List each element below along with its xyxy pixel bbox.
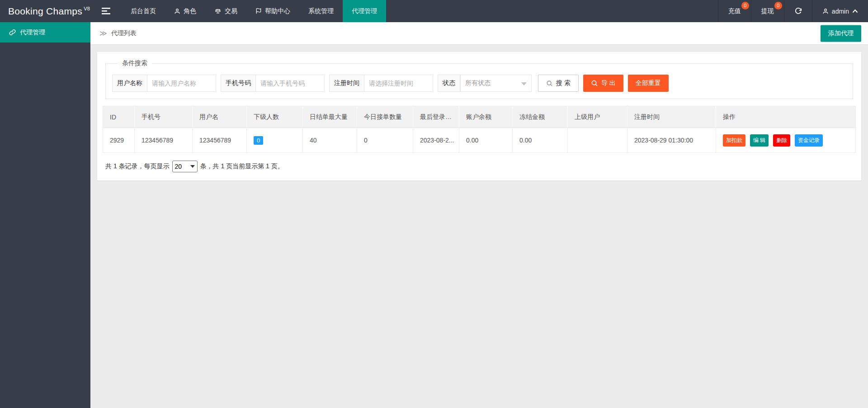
col-id: ID xyxy=(103,106,135,128)
main-content: ≫ 代理列表 添加代理 条件搜索 用户名称 手机号码 注册时间 xyxy=(90,22,868,408)
app-logo-version: V8 xyxy=(84,6,90,11)
col-frozen: 冻结金额 xyxy=(513,106,568,128)
magnifier-icon xyxy=(546,80,553,87)
recharge-label: 充值 xyxy=(728,7,741,15)
regtime-field-group: 注册时间 xyxy=(329,75,433,92)
col-last-login: 最后登录时... xyxy=(413,106,459,128)
add-agent-button[interactable]: 添加代理 xyxy=(821,25,861,42)
nav-item-role-label: 角色 xyxy=(184,7,196,15)
edit-button[interactable]: 编 辑 xyxy=(750,134,769,147)
refresh-button[interactable] xyxy=(784,0,812,22)
search-legend: 条件搜索 xyxy=(118,59,152,67)
withdraw-badge: 0 xyxy=(774,2,782,9)
regtime-field-label: 注册时间 xyxy=(329,75,364,92)
search-row: 用户名称 手机号码 注册时间 状态 所有状态 xyxy=(112,75,846,92)
user-icon xyxy=(174,8,180,14)
breadcrumb-separator-icon: ≫ xyxy=(99,29,107,38)
table-row: 2929 123456789 123456789 0 40 0 2023-08-… xyxy=(103,128,856,153)
chevron-down-icon xyxy=(190,165,195,168)
withdraw-label: 提现 xyxy=(761,7,774,15)
phone-input[interactable] xyxy=(256,75,325,92)
nav-item-help-label: 帮助中心 xyxy=(265,7,290,15)
scales-icon xyxy=(214,8,222,14)
nav-item-trade-label: 交易 xyxy=(225,7,237,15)
flag-icon xyxy=(255,8,262,14)
recharge-menu-item[interactable]: 充值 0 xyxy=(718,0,751,22)
cell-id: 2929 xyxy=(103,128,135,153)
delete-button[interactable]: 删除 xyxy=(773,134,790,147)
nav-item-role[interactable]: 角色 xyxy=(165,0,205,22)
status-select[interactable]: 所有状态 xyxy=(460,75,532,92)
col-sub-count: 下级人数 xyxy=(247,106,303,128)
funds-record-button[interactable]: 资金记录 xyxy=(795,134,823,147)
app-logo-text: Booking Champs xyxy=(8,6,82,17)
nav-item-home[interactable]: 后台首页 xyxy=(122,0,165,22)
adjust-funds-button[interactable]: 加扣款 xyxy=(723,134,745,147)
header-right-menu: 充值 0 提现 0 xyxy=(718,0,868,22)
sidebar-toggle-button[interactable] xyxy=(90,0,122,22)
col-today-orders: 今日接单数量 xyxy=(357,106,413,128)
app-logo[interactable]: Booking Champs V8 xyxy=(0,0,90,22)
sidebar: 代理管理 xyxy=(0,22,90,408)
reset-all-button[interactable]: 全部重置 xyxy=(628,75,669,92)
status-select-value: 所有状态 xyxy=(465,79,491,87)
col-parent: 上级用户 xyxy=(568,106,627,128)
nav-item-system[interactable]: 系统管理 xyxy=(299,0,343,22)
cell-actions: 加扣款 编 辑 删除 资金记录 xyxy=(716,128,856,153)
col-daily-max: 日结单最大量 xyxy=(303,106,357,128)
nav-item-agent[interactable]: 代理管理 xyxy=(343,0,386,22)
regtime-input[interactable] xyxy=(364,75,433,92)
cell-frozen: 0.00 xyxy=(513,128,568,153)
sidebar-item-agent-label: 代理管理 xyxy=(20,28,45,37)
breadcrumb-title: 代理列表 xyxy=(111,29,137,38)
search-fieldset: 条件搜索 用户名称 手机号码 注册时间 状态 xyxy=(105,59,853,99)
cell-phone: 123456789 xyxy=(135,128,193,153)
cell-balance: 0.00 xyxy=(459,128,513,153)
cell-parent xyxy=(568,128,627,153)
username-field-label: 用户名称 xyxy=(112,75,147,92)
caret-up-icon xyxy=(852,9,858,13)
cell-username: 123456789 xyxy=(193,128,247,153)
nav-item-help[interactable]: 帮助中心 xyxy=(246,0,299,22)
phone-field-label: 手机号码 xyxy=(221,75,256,92)
breadcrumb-bar: ≫ 代理列表 添加代理 xyxy=(90,22,868,44)
cell-today-orders: 0 xyxy=(357,128,413,153)
export-button[interactable]: 导 出 xyxy=(583,75,623,92)
search-button-label: 搜 索 xyxy=(556,79,571,87)
withdraw-menu-item[interactable]: 提现 0 xyxy=(751,0,784,22)
agent-table: ID 手机号 用户名 下级人数 日结单最大量 今日接单数量 最后登录时... 账… xyxy=(103,106,856,153)
cell-sub-count: 0 xyxy=(247,128,303,153)
hamburger-icon xyxy=(102,8,110,14)
agent-list-card: 条件搜索 用户名称 手机号码 注册时间 状态 xyxy=(97,52,861,180)
magnifier-icon xyxy=(591,80,598,87)
page-size-select[interactable]: 20 xyxy=(172,161,198,172)
col-reg-time: 注册时间 xyxy=(627,106,716,128)
chevron-down-icon xyxy=(521,82,527,85)
refresh-icon xyxy=(794,7,802,15)
nav-item-trade[interactable]: 交易 xyxy=(205,0,246,22)
cell-last-login: 2023-08-2... xyxy=(413,128,459,153)
pagination-prefix: 共 1 条记录，每页显示 xyxy=(105,162,170,171)
user-name: admin xyxy=(832,8,849,15)
cell-daily-max: 40 xyxy=(303,128,357,153)
sub-count-badge[interactable]: 0 xyxy=(254,136,263,145)
username-input[interactable] xyxy=(147,75,216,92)
top-header: Booking Champs V8 后台首页 角色 xyxy=(0,0,868,22)
nav-item-agent-label: 代理管理 xyxy=(352,7,377,15)
screen: Booking Champs V8 后台首页 角色 xyxy=(0,0,868,408)
export-button-label: 导 出 xyxy=(601,79,616,87)
table-header-row: ID 手机号 用户名 下级人数 日结单最大量 今日接单数量 最后登录时... 账… xyxy=(103,106,856,128)
recharge-badge: 0 xyxy=(741,2,749,9)
reset-all-button-label: 全部重置 xyxy=(636,79,661,87)
search-button[interactable]: 搜 索 xyxy=(538,75,579,92)
col-actions: 操作 xyxy=(716,106,856,128)
nav-item-system-label: 系统管理 xyxy=(308,7,334,15)
col-balance: 账户余额 xyxy=(459,106,513,128)
link-icon xyxy=(9,29,16,36)
page-size-value: 20 xyxy=(175,163,182,170)
username-field-group: 用户名称 xyxy=(112,75,216,92)
phone-field-group: 手机号码 xyxy=(221,75,325,92)
user-menu[interactable]: admin xyxy=(812,0,868,22)
sidebar-item-agent[interactable]: 代理管理 xyxy=(0,22,90,43)
nav-item-home-label: 后台首页 xyxy=(131,7,156,15)
